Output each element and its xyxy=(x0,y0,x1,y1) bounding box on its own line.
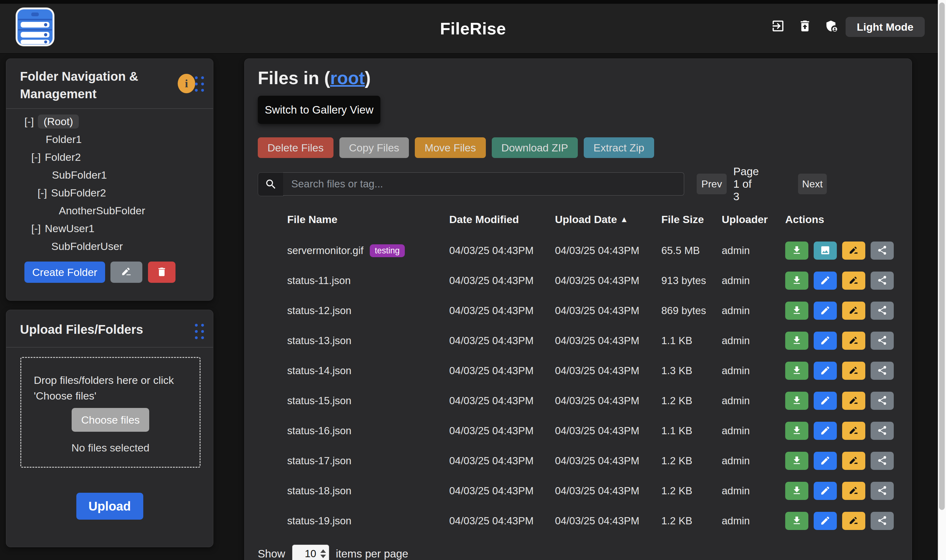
items-per-page-select[interactable]: 10 xyxy=(292,545,329,560)
create-folder-button[interactable]: Create Folder xyxy=(25,262,105,283)
copy-files-button[interactable]: Copy Files xyxy=(340,137,409,158)
rename-file-button[interactable] xyxy=(842,272,865,290)
column-header-upload-date[interactable]: Upload Date ▲ xyxy=(555,213,661,226)
switch-gallery-view-button[interactable]: Switch to Gallery View xyxy=(258,96,380,124)
download-button[interactable] xyxy=(785,392,808,410)
rename-pencil-icon xyxy=(848,275,859,286)
column-header-file-name[interactable]: File Name xyxy=(287,213,449,226)
share-button[interactable] xyxy=(871,452,894,470)
download-button[interactable] xyxy=(785,452,808,470)
tree-item[interactable]: SubFolderUser xyxy=(6,237,213,255)
tree-item[interactable]: [-](Root) xyxy=(6,112,213,131)
share-button[interactable] xyxy=(871,512,894,530)
next-page-button[interactable]: Next xyxy=(798,174,827,194)
share-icon xyxy=(877,365,888,377)
upload-date: 04/03/25 04:43PM xyxy=(555,395,661,407)
column-header-uploader[interactable]: Uploader xyxy=(722,213,785,226)
drag-handle-icon[interactable] xyxy=(195,324,205,340)
edit-file-button[interactable] xyxy=(814,482,837,500)
share-button[interactable] xyxy=(871,422,894,440)
rename-file-button[interactable] xyxy=(842,332,865,350)
rename-file-button[interactable] xyxy=(842,302,865,320)
light-mode-button[interactable]: Light Mode xyxy=(846,17,925,37)
info-icon[interactable]: i xyxy=(178,74,195,93)
tree-item[interactable]: SubFolder1 xyxy=(6,166,213,184)
download-button[interactable] xyxy=(785,272,808,290)
file-name[interactable]: status-16.json xyxy=(287,425,351,437)
restore-trash-icon[interactable] xyxy=(798,19,812,33)
rename-file-button[interactable] xyxy=(842,362,865,380)
download-button[interactable] xyxy=(785,302,808,320)
file-name[interactable]: status-11.json xyxy=(287,275,351,286)
download-icon xyxy=(791,425,802,437)
edit-file-button[interactable] xyxy=(814,302,837,320)
file-dropzone[interactable]: Drop files/folders here or click 'Choose… xyxy=(20,357,200,468)
download-button[interactable] xyxy=(785,512,808,530)
download-button[interactable] xyxy=(785,422,808,440)
rename-file-button[interactable] xyxy=(842,242,865,260)
page-indicator: Page 1 of 3 xyxy=(733,174,759,194)
root-folder-link[interactable]: root xyxy=(330,68,365,88)
rename-file-button[interactable] xyxy=(842,422,865,440)
choose-files-button[interactable]: Choose files xyxy=(72,408,149,432)
tag-badge[interactable]: testing xyxy=(370,244,405,257)
upload-panel: Upload Files/Folders Drop files/folders … xyxy=(6,310,213,547)
edit-file-button[interactable] xyxy=(814,272,837,290)
edit-file-button[interactable] xyxy=(814,332,837,350)
download-button[interactable] xyxy=(785,332,808,350)
preview-image-button[interactable] xyxy=(814,242,837,260)
edit-file-button[interactable] xyxy=(814,512,837,530)
upload-date: 04/03/25 04:43PM xyxy=(555,275,661,286)
download-zip-button[interactable]: Download ZIP xyxy=(492,137,578,158)
tree-item[interactable]: [-]Folder2 xyxy=(6,148,213,166)
rename-file-button[interactable] xyxy=(842,482,865,500)
prev-page-button[interactable]: Prev xyxy=(697,174,727,194)
tree-item[interactable]: [-]NewUser1 xyxy=(6,220,213,237)
share-button[interactable] xyxy=(871,302,894,320)
tree-item[interactable]: Folder1 xyxy=(6,131,213,148)
extract-zip-button[interactable]: Extract Zip xyxy=(584,137,654,158)
file-name[interactable]: status-17.json xyxy=(287,455,351,467)
upload-button[interactable]: Upload xyxy=(76,493,143,520)
file-name[interactable]: status-15.json xyxy=(287,395,351,407)
share-button[interactable] xyxy=(871,362,894,380)
file-name[interactable]: status-14.json xyxy=(287,365,351,377)
rename-file-button[interactable] xyxy=(842,512,865,530)
page-scrollbar[interactable] xyxy=(938,0,946,560)
file-name[interactable]: status-19.json xyxy=(287,515,351,527)
tree-item[interactable]: [-]SubFolder2 xyxy=(6,184,213,202)
tree-item[interactable]: AnotherSubFolder xyxy=(6,202,213,220)
move-files-button[interactable]: Move Files xyxy=(415,137,486,158)
download-button[interactable] xyxy=(785,482,808,500)
admin-shield-icon[interactable] xyxy=(824,19,839,33)
download-button[interactable] xyxy=(785,362,808,380)
share-button[interactable] xyxy=(871,392,894,410)
rename-file-button[interactable] xyxy=(842,452,865,470)
file-name[interactable]: status-12.json xyxy=(287,305,351,317)
share-button[interactable] xyxy=(871,242,894,260)
file-name[interactable]: status-18.json xyxy=(287,485,351,497)
file-size: 1.2 KB xyxy=(661,515,722,527)
rename-folder-button[interactable] xyxy=(111,262,142,283)
file-name[interactable]: servermonitor.gif xyxy=(287,245,363,257)
drag-handle-icon[interactable] xyxy=(195,76,205,92)
share-button[interactable] xyxy=(871,482,894,500)
file-name[interactable]: status-13.json xyxy=(287,335,351,347)
edit-file-button[interactable] xyxy=(814,452,837,470)
download-button[interactable] xyxy=(785,242,808,260)
rename-file-button[interactable] xyxy=(842,392,865,410)
share-button[interactable] xyxy=(871,332,894,350)
search-input[interactable] xyxy=(283,172,684,195)
edit-file-button[interactable] xyxy=(814,392,837,410)
column-header-file-size[interactable]: File Size xyxy=(661,213,722,226)
uploader: admin xyxy=(722,395,785,407)
logout-icon[interactable] xyxy=(771,19,785,33)
edit-file-button[interactable] xyxy=(814,422,837,440)
delete-files-button[interactable]: Delete Files xyxy=(258,137,334,158)
share-button[interactable] xyxy=(871,272,894,290)
column-header-date-modified[interactable]: Date Modified xyxy=(449,213,555,226)
delete-folder-button[interactable] xyxy=(148,262,175,283)
date-modified: 04/03/25 04:43PM xyxy=(449,365,555,377)
edit-file-button[interactable] xyxy=(814,362,837,380)
scrollbar-thumb[interactable] xyxy=(939,3,945,510)
